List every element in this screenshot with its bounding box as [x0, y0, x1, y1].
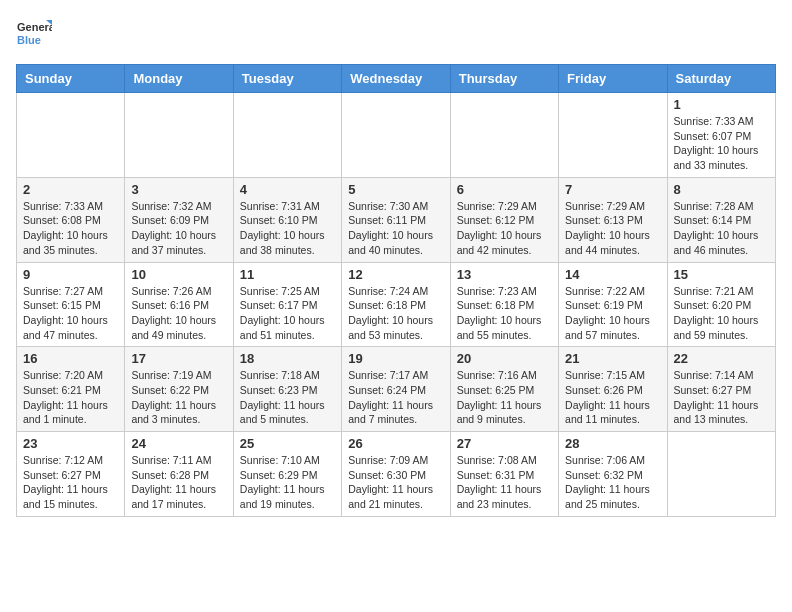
- calendar-week-1: 1Sunrise: 7:33 AM Sunset: 6:07 PM Daylig…: [17, 93, 776, 178]
- day-number: 6: [457, 182, 552, 197]
- calendar-cell: [559, 93, 667, 178]
- day-info: Sunrise: 7:06 AM Sunset: 6:32 PM Dayligh…: [565, 453, 660, 512]
- calendar-cell: 8Sunrise: 7:28 AM Sunset: 6:14 PM Daylig…: [667, 177, 775, 262]
- calendar-table: SundayMondayTuesdayWednesdayThursdayFrid…: [16, 64, 776, 517]
- page-header: General Blue: [16, 16, 776, 52]
- day-header-wednesday: Wednesday: [342, 65, 450, 93]
- calendar-cell: 15Sunrise: 7:21 AM Sunset: 6:20 PM Dayli…: [667, 262, 775, 347]
- calendar-week-3: 9Sunrise: 7:27 AM Sunset: 6:15 PM Daylig…: [17, 262, 776, 347]
- day-number: 13: [457, 267, 552, 282]
- calendar-cell: 17Sunrise: 7:19 AM Sunset: 6:22 PM Dayli…: [125, 347, 233, 432]
- day-header-thursday: Thursday: [450, 65, 558, 93]
- calendar-week-5: 23Sunrise: 7:12 AM Sunset: 6:27 PM Dayli…: [17, 432, 776, 517]
- calendar-cell: 11Sunrise: 7:25 AM Sunset: 6:17 PM Dayli…: [233, 262, 341, 347]
- day-header-friday: Friday: [559, 65, 667, 93]
- day-info: Sunrise: 7:08 AM Sunset: 6:31 PM Dayligh…: [457, 453, 552, 512]
- svg-text:General: General: [17, 21, 52, 33]
- day-info: Sunrise: 7:11 AM Sunset: 6:28 PM Dayligh…: [131, 453, 226, 512]
- day-number: 15: [674, 267, 769, 282]
- day-info: Sunrise: 7:33 AM Sunset: 6:07 PM Dayligh…: [674, 114, 769, 173]
- day-number: 25: [240, 436, 335, 451]
- calendar-cell: [342, 93, 450, 178]
- calendar-cell: 5Sunrise: 7:30 AM Sunset: 6:11 PM Daylig…: [342, 177, 450, 262]
- day-header-saturday: Saturday: [667, 65, 775, 93]
- calendar-cell: 6Sunrise: 7:29 AM Sunset: 6:12 PM Daylig…: [450, 177, 558, 262]
- day-number: 1: [674, 97, 769, 112]
- day-info: Sunrise: 7:16 AM Sunset: 6:25 PM Dayligh…: [457, 368, 552, 427]
- day-info: Sunrise: 7:26 AM Sunset: 6:16 PM Dayligh…: [131, 284, 226, 343]
- day-number: 10: [131, 267, 226, 282]
- day-number: 11: [240, 267, 335, 282]
- calendar-cell: 3Sunrise: 7:32 AM Sunset: 6:09 PM Daylig…: [125, 177, 233, 262]
- calendar-cell: [125, 93, 233, 178]
- calendar-cell: 7Sunrise: 7:29 AM Sunset: 6:13 PM Daylig…: [559, 177, 667, 262]
- header-row: SundayMondayTuesdayWednesdayThursdayFrid…: [17, 65, 776, 93]
- day-number: 9: [23, 267, 118, 282]
- calendar-cell: 4Sunrise: 7:31 AM Sunset: 6:10 PM Daylig…: [233, 177, 341, 262]
- day-number: 23: [23, 436, 118, 451]
- calendar-cell: 20Sunrise: 7:16 AM Sunset: 6:25 PM Dayli…: [450, 347, 558, 432]
- day-number: 7: [565, 182, 660, 197]
- day-info: Sunrise: 7:23 AM Sunset: 6:18 PM Dayligh…: [457, 284, 552, 343]
- day-header-tuesday: Tuesday: [233, 65, 341, 93]
- calendar-cell: 18Sunrise: 7:18 AM Sunset: 6:23 PM Dayli…: [233, 347, 341, 432]
- calendar-cell: 21Sunrise: 7:15 AM Sunset: 6:26 PM Dayli…: [559, 347, 667, 432]
- day-number: 21: [565, 351, 660, 366]
- day-number: 18: [240, 351, 335, 366]
- day-number: 20: [457, 351, 552, 366]
- day-info: Sunrise: 7:10 AM Sunset: 6:29 PM Dayligh…: [240, 453, 335, 512]
- calendar-cell: [667, 432, 775, 517]
- day-number: 12: [348, 267, 443, 282]
- calendar-cell: 16Sunrise: 7:20 AM Sunset: 6:21 PM Dayli…: [17, 347, 125, 432]
- day-info: Sunrise: 7:25 AM Sunset: 6:17 PM Dayligh…: [240, 284, 335, 343]
- day-number: 16: [23, 351, 118, 366]
- day-info: Sunrise: 7:15 AM Sunset: 6:26 PM Dayligh…: [565, 368, 660, 427]
- day-number: 2: [23, 182, 118, 197]
- calendar-week-2: 2Sunrise: 7:33 AM Sunset: 6:08 PM Daylig…: [17, 177, 776, 262]
- calendar-cell: [233, 93, 341, 178]
- day-info: Sunrise: 7:22 AM Sunset: 6:19 PM Dayligh…: [565, 284, 660, 343]
- day-number: 17: [131, 351, 226, 366]
- calendar-cell: 13Sunrise: 7:23 AM Sunset: 6:18 PM Dayli…: [450, 262, 558, 347]
- day-header-sunday: Sunday: [17, 65, 125, 93]
- day-number: 22: [674, 351, 769, 366]
- day-number: 28: [565, 436, 660, 451]
- day-info: Sunrise: 7:32 AM Sunset: 6:09 PM Dayligh…: [131, 199, 226, 258]
- day-number: 26: [348, 436, 443, 451]
- calendar-cell: 23Sunrise: 7:12 AM Sunset: 6:27 PM Dayli…: [17, 432, 125, 517]
- calendar-cell: 22Sunrise: 7:14 AM Sunset: 6:27 PM Dayli…: [667, 347, 775, 432]
- day-info: Sunrise: 7:24 AM Sunset: 6:18 PM Dayligh…: [348, 284, 443, 343]
- calendar-cell: 26Sunrise: 7:09 AM Sunset: 6:30 PM Dayli…: [342, 432, 450, 517]
- day-number: 27: [457, 436, 552, 451]
- calendar-cell: 1Sunrise: 7:33 AM Sunset: 6:07 PM Daylig…: [667, 93, 775, 178]
- calendar-cell: 2Sunrise: 7:33 AM Sunset: 6:08 PM Daylig…: [17, 177, 125, 262]
- calendar-cell: 9Sunrise: 7:27 AM Sunset: 6:15 PM Daylig…: [17, 262, 125, 347]
- day-info: Sunrise: 7:33 AM Sunset: 6:08 PM Dayligh…: [23, 199, 118, 258]
- logo-svg: General Blue: [16, 16, 52, 52]
- day-info: Sunrise: 7:20 AM Sunset: 6:21 PM Dayligh…: [23, 368, 118, 427]
- day-info: Sunrise: 7:31 AM Sunset: 6:10 PM Dayligh…: [240, 199, 335, 258]
- day-info: Sunrise: 7:28 AM Sunset: 6:14 PM Dayligh…: [674, 199, 769, 258]
- calendar-week-4: 16Sunrise: 7:20 AM Sunset: 6:21 PM Dayli…: [17, 347, 776, 432]
- calendar-cell: 27Sunrise: 7:08 AM Sunset: 6:31 PM Dayli…: [450, 432, 558, 517]
- day-info: Sunrise: 7:18 AM Sunset: 6:23 PM Dayligh…: [240, 368, 335, 427]
- day-info: Sunrise: 7:14 AM Sunset: 6:27 PM Dayligh…: [674, 368, 769, 427]
- day-header-monday: Monday: [125, 65, 233, 93]
- calendar-cell: 25Sunrise: 7:10 AM Sunset: 6:29 PM Dayli…: [233, 432, 341, 517]
- svg-text:Blue: Blue: [17, 34, 41, 46]
- day-info: Sunrise: 7:29 AM Sunset: 6:13 PM Dayligh…: [565, 199, 660, 258]
- day-info: Sunrise: 7:30 AM Sunset: 6:11 PM Dayligh…: [348, 199, 443, 258]
- day-number: 4: [240, 182, 335, 197]
- day-info: Sunrise: 7:27 AM Sunset: 6:15 PM Dayligh…: [23, 284, 118, 343]
- calendar-cell: 10Sunrise: 7:26 AM Sunset: 6:16 PM Dayli…: [125, 262, 233, 347]
- day-info: Sunrise: 7:09 AM Sunset: 6:30 PM Dayligh…: [348, 453, 443, 512]
- calendar-cell: 24Sunrise: 7:11 AM Sunset: 6:28 PM Dayli…: [125, 432, 233, 517]
- calendar-cell: 19Sunrise: 7:17 AM Sunset: 6:24 PM Dayli…: [342, 347, 450, 432]
- day-number: 19: [348, 351, 443, 366]
- calendar-cell: [17, 93, 125, 178]
- day-info: Sunrise: 7:29 AM Sunset: 6:12 PM Dayligh…: [457, 199, 552, 258]
- day-number: 3: [131, 182, 226, 197]
- calendar-cell: 12Sunrise: 7:24 AM Sunset: 6:18 PM Dayli…: [342, 262, 450, 347]
- day-info: Sunrise: 7:21 AM Sunset: 6:20 PM Dayligh…: [674, 284, 769, 343]
- day-number: 24: [131, 436, 226, 451]
